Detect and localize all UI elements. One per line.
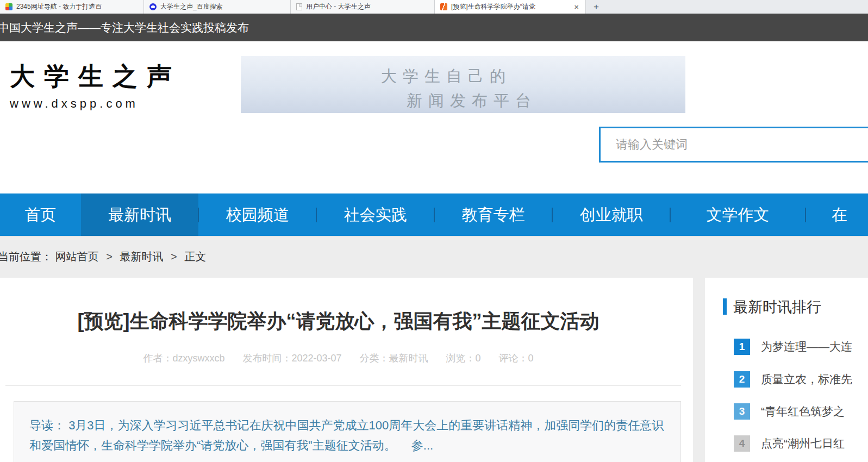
meta-category: 分类：最新时讯 xyxy=(360,353,428,364)
nav-item-campus[interactable]: 校园频道 xyxy=(198,193,316,236)
logo-title: 大学生之声 xyxy=(10,60,181,93)
nav-item-clipped[interactable]: 在 xyxy=(805,193,868,236)
ranking-link: 点亮“潮州七日红 xyxy=(761,435,845,452)
ranking-link: 为梦连理——大连 xyxy=(761,339,852,355)
browser-tab-user-center[interactable]: 用户中心 - 大学生之声 xyxy=(291,0,435,14)
site-slogan: 中国大学生之声——专注大学生社会实践投稿发布 xyxy=(0,14,868,41)
article-card: [预览]生命科学学院举办“请党放心，强国有我”主题征文活动 作者：dzxyswx… xyxy=(0,278,693,462)
nav-item-latest-news[interactable]: 最新时讯 xyxy=(81,193,199,236)
site-slogan-bar: 中国大学生之声——专注大学生社会实践投稿发布 xyxy=(0,14,868,41)
divider xyxy=(5,385,681,386)
summary-text: 3月3日，为深入学习习近平总书记在庆祝中国共产党成立100周年大会上的重要讲话精… xyxy=(29,419,664,452)
meta-views: 浏览：0 xyxy=(446,353,481,364)
sidebar-ranking-card: 最新时讯排行 1 为梦连理——大连 2 质量立农，标准先 3 “青年红色筑梦之 … xyxy=(705,278,868,462)
nav-item-education[interactable]: 教育专栏 xyxy=(434,193,552,236)
nav-item-literature[interactable]: 文学作文 xyxy=(670,193,805,236)
rank-badge: 2 xyxy=(734,371,750,388)
rank-badge: 3 xyxy=(734,403,750,420)
ranking-item-1[interactable]: 1 为梦连理——大连 xyxy=(705,339,868,355)
summary-label: 导读： xyxy=(29,419,65,432)
meta-author: 作者：dzxyswxxcb xyxy=(143,353,224,364)
logo-url: www.dxspp.com xyxy=(10,97,181,111)
ranking-item-2[interactable]: 2 质量立农，标准先 xyxy=(705,371,868,388)
ranking-link: 质量立农，标准先 xyxy=(761,371,852,388)
site-icon xyxy=(440,3,447,10)
article-meta: 作者：dzxyswxxcb 发布时间：2022-03-07 分类：最新时讯 浏览… xyxy=(0,352,693,365)
baidu-icon xyxy=(149,3,157,10)
browser-tab-bar: 2345网址导航 - 致力于打造百 大学生之声_百度搜索 用户中心 - 大学生之… xyxy=(0,0,868,14)
article-summary-box: 导读： 3月3日，为深入学习习近平总书记在庆祝中国共产党成立100周年大会上的重… xyxy=(14,401,681,462)
main-nav: 首页 最新时讯 校园频道 社会实践 教育专栏 创业就职 文学作文 在 xyxy=(0,193,868,236)
ranking-item-3[interactable]: 3 “青年红色筑梦之 xyxy=(705,403,868,420)
browser-tab-2345[interactable]: 2345网址导航 - 致力于打造百 xyxy=(0,0,144,14)
meta-comments: 评论：0 xyxy=(499,353,534,364)
breadcrumb-separator: > xyxy=(171,251,177,263)
2345-icon xyxy=(5,3,13,10)
article-title: [预览]生命科学学院举办“请党放心，强国有我”主题征文活动 xyxy=(0,308,693,335)
banner-line-1: 大学生自己的 xyxy=(381,66,511,88)
site-header: 大学生之声 www.dxspp.com 大学生自己的 新闻发布平台 xyxy=(0,41,868,193)
rank-badge: 4 xyxy=(734,435,750,452)
tab-title: 用户中心 - 大学生之声 xyxy=(306,2,429,11)
browser-tab-article-active[interactable]: [预览]生命科学学院举办“请党 × xyxy=(435,0,586,14)
nav-item-home[interactable]: 首页 xyxy=(0,193,81,236)
ranking-item-4[interactable]: 4 点亮“潮州七日红 xyxy=(705,435,868,452)
banner-line-2: 新闻发布平台 xyxy=(407,90,537,112)
tab-title: [预览]生命科学学院举办“请党 xyxy=(451,2,569,11)
meta-date: 发布时间：2022-03-07 xyxy=(242,353,341,364)
breadcrumb-section-link[interactable]: 最新时讯 xyxy=(120,251,163,263)
sidebar-title: 最新时讯排行 xyxy=(733,297,821,317)
breadcrumb-home-link[interactable]: 网站首页 xyxy=(55,251,99,263)
document-icon xyxy=(296,3,302,10)
breadcrumb: 当前位置： 网站首页 > 最新时讯 > 正文 xyxy=(0,249,206,264)
breadcrumb-current: 正文 xyxy=(184,251,206,263)
nav-item-career[interactable]: 创业就职 xyxy=(552,193,670,236)
tab-title: 2345网址导航 - 致力于打造百 xyxy=(16,2,138,11)
new-tab-button[interactable]: + xyxy=(586,0,607,14)
accent-bar xyxy=(723,298,727,315)
ranking-link: “青年红色筑梦之 xyxy=(761,403,845,420)
nav-item-social-practice[interactable]: 社会实践 xyxy=(316,193,434,236)
search-input[interactable] xyxy=(599,127,868,163)
page-body: 当前位置： 网站首页 > 最新时讯 > 正文 [预览]生命科学学院举办“请党放心… xyxy=(0,236,868,462)
tab-title: 大学生之声_百度搜索 xyxy=(160,2,285,11)
rank-badge: 1 xyxy=(734,339,750,355)
search-box xyxy=(599,127,868,163)
breadcrumb-label: 当前位置： xyxy=(0,251,52,263)
browser-tab-baidu-search[interactable]: 大学生之声_百度搜索 xyxy=(144,0,291,14)
site-logo[interactable]: 大学生之声 www.dxspp.com xyxy=(10,60,181,111)
close-icon[interactable]: × xyxy=(573,2,580,11)
header-banner: 大学生自己的 新闻发布平台 xyxy=(241,56,685,113)
breadcrumb-separator: > xyxy=(106,251,113,263)
